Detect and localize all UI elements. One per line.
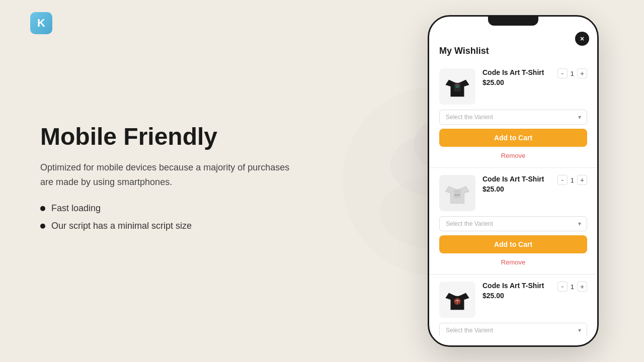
- wishlist-item-2: photo Code Is Art T-Shirt $25.00 - 1 +: [429, 168, 597, 275]
- qty-decrease-3[interactable]: -: [557, 282, 568, 292]
- item-details-2: Code Is Art T-Shirt $25.00: [482, 175, 550, 197]
- item-price-2: $25.00: [482, 185, 550, 193]
- qty-increase-2[interactable]: +: [577, 175, 587, 185]
- close-icon: ×: [580, 35, 584, 42]
- wishlist-item-1: Code Is Art T-Shirt $25.00 - 1 +: [429, 61, 597, 168]
- qty-decrease-1[interactable]: -: [557, 68, 568, 78]
- qty-value-3: 1: [571, 283, 574, 291]
- logo-letter: K: [37, 17, 45, 30]
- qty-value-2: 1: [571, 176, 574, 184]
- item-details-3: Code Is Art T-Shirt $25.00: [482, 282, 550, 304]
- variant-wrapper-3[interactable]: Select the Varient: [439, 323, 587, 336]
- qty-increase-3[interactable]: +: [577, 282, 587, 292]
- qty-increase-1[interactable]: +: [577, 68, 587, 78]
- page-title: Mobile Friendly: [40, 124, 302, 150]
- item-image-1: [439, 68, 475, 105]
- bullet-icon: [40, 206, 45, 211]
- bullet-text-1: Fast loading: [51, 203, 101, 214]
- tshirt-icon-2: photo: [444, 179, 471, 207]
- remove-button-2[interactable]: Remove: [439, 257, 587, 267]
- item-name-2: Code Is Art T-Shirt: [482, 175, 550, 183]
- variant-select-2[interactable]: Select the Varient: [439, 216, 587, 231]
- qty-value-1: 1: [571, 70, 574, 77]
- list-item: Our script has a minimal script size: [40, 221, 302, 231]
- item-top-1: Code Is Art T-Shirt $25.00 - 1 +: [439, 68, 587, 105]
- qty-controls-1[interactable]: - 1 +: [557, 68, 587, 78]
- item-image-2: photo: [439, 175, 475, 211]
- wishlist-item-3: Code Is Art T-Shirt $25.00 - 1 +: [429, 275, 597, 336]
- tshirt-icon-3: [444, 286, 471, 313]
- phone-container: × My Wishlist: [428, 15, 599, 347]
- qty-controls-3[interactable]: - 1 +: [557, 282, 587, 292]
- svg-text:photo: photo: [455, 194, 460, 196]
- wishlist-title: My Wishlist: [429, 31, 597, 56]
- list-item: Fast loading: [40, 203, 302, 214]
- phone-mockup: × My Wishlist: [428, 15, 599, 347]
- bullet-icon: [40, 224, 45, 229]
- close-button[interactable]: ×: [575, 32, 589, 46]
- item-name-3: Code Is Art T-Shirt: [482, 282, 550, 290]
- variant-wrapper-2[interactable]: Select the Varient: [439, 216, 587, 231]
- item-controls-3: - 1 +: [557, 282, 587, 318]
- add-to-cart-button-1[interactable]: Add to Cart: [439, 129, 587, 147]
- item-price-1: $25.00: [482, 78, 550, 86]
- item-top-3: Code Is Art T-Shirt $25.00 - 1 +: [439, 282, 587, 318]
- qty-decrease-2[interactable]: -: [557, 175, 568, 185]
- subtitle-text: Optimized for mobile devices because a m…: [40, 160, 302, 190]
- item-name-1: Code Is Art T-Shirt: [482, 68, 550, 76]
- qty-controls-2[interactable]: - 1 +: [557, 175, 587, 185]
- tshirt-icon-1: [444, 73, 471, 100]
- logo[interactable]: K: [30, 12, 52, 34]
- item-image-3: [439, 282, 475, 318]
- item-controls-1: - 1 +: [557, 68, 587, 105]
- item-controls-2: - 1 +: [557, 175, 587, 211]
- left-content: Mobile Friendly Optimized for mobile dev…: [40, 124, 302, 238]
- item-top-2: photo Code Is Art T-Shirt $25.00 - 1 +: [439, 175, 587, 211]
- variant-select-1[interactable]: Select the Varient: [439, 110, 587, 125]
- item-details-1: Code Is Art T-Shirt $25.00: [482, 68, 550, 90]
- variant-wrapper-1[interactable]: Select the Varient: [439, 110, 587, 125]
- phone-content: × My Wishlist: [429, 17, 597, 345]
- feature-list: Fast loading Our script has a minimal sc…: [40, 203, 302, 231]
- phone-notch: [488, 17, 538, 26]
- item-price-3: $25.00: [482, 292, 550, 300]
- bullet-text-2: Our script has a minimal script size: [51, 221, 192, 231]
- wishlist-scroll[interactable]: Code Is Art T-Shirt $25.00 - 1 +: [429, 61, 597, 336]
- remove-button-1[interactable]: Remove: [439, 151, 587, 160]
- variant-select-3[interactable]: Select the Varient: [439, 323, 587, 336]
- add-to-cart-button-2[interactable]: Add to Cart: [439, 235, 587, 253]
